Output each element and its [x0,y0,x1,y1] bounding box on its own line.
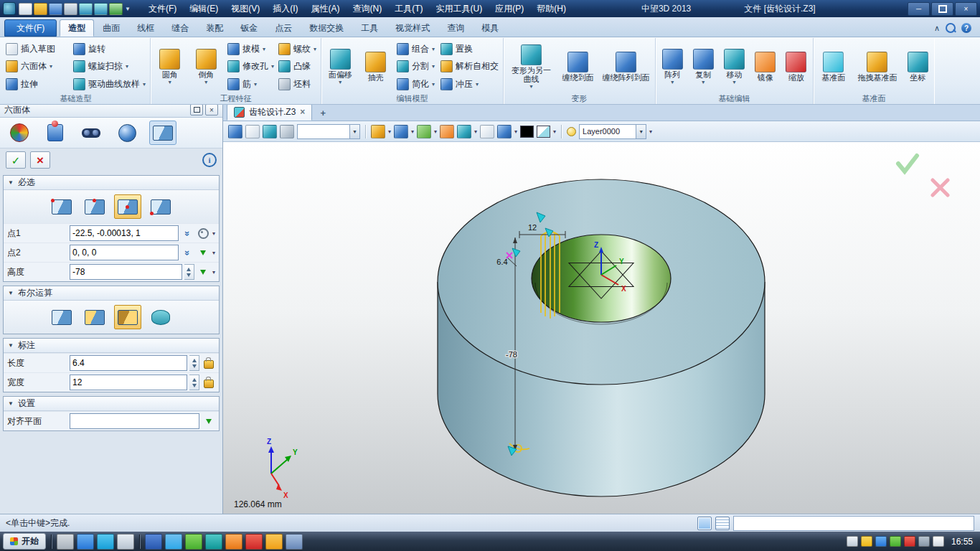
taskbar-app-icon-4[interactable] [117,534,134,550]
length-input[interactable] [70,355,187,371]
ribbon-button-thread[interactable]: 螺纹▾ [277,43,318,55]
ribbon-button-wrap-pattern-to-face[interactable]: 缠绕阵列到面 [602,52,651,82]
glasses-icon[interactable] [77,121,105,145]
tab-sew[interactable]: 缝合 [163,19,197,37]
ribbon-button-divide[interactable]: 分割▾ [395,60,435,72]
taskbar-app-icon-6[interactable] [165,534,182,550]
pick-target-icon[interactable] [197,226,210,240]
new-file-icon[interactable] [19,3,32,15]
width-input[interactable] [70,375,187,390]
layer-manager-icon[interactable] [263,125,277,138]
viewport-cancel-icon[interactable] [933,180,948,195]
ribbon-button-morph-to-curve[interactable]: 变形为另一曲线▼ [509,44,555,89]
ribbon-button-drag-datum[interactable]: 拖拽基准面 [854,52,900,82]
input-option-icon[interactable] [202,414,215,428]
menu-edit[interactable]: 编辑(E) [183,1,225,17]
taskbar-app-icon-11[interactable] [265,534,283,550]
color-wheel-icon[interactable] [6,121,33,145]
ribbon-button-chamfer[interactable]: 倒角▼ [189,49,222,85]
tab-shape[interactable]: 造型 [60,19,94,37]
tab-dataexchange[interactable]: 数据交换 [301,19,352,37]
boolean-intersect-button[interactable] [147,305,174,329]
lock-icon[interactable] [202,356,215,370]
start-button[interactable]: 开始 [3,533,46,550]
tray-icon-3[interactable] [875,536,887,547]
point1-input[interactable] [70,225,179,241]
menu-insert[interactable]: 插入(I) [266,1,304,17]
ribbon-button-fillet[interactable]: 圆角▼ [154,49,186,85]
box-type-button-3[interactable] [114,194,141,219]
boolean-base-button[interactable] [48,305,75,329]
ribbon-button-heal-selfintersection[interactable]: 解析自相交 [439,60,500,72]
taskbar-app-icon-10[interactable] [245,534,263,550]
sphere-icon[interactable] [113,121,141,145]
tray-icon-4[interactable] [890,536,901,547]
dropdown-caret[interactable]: ▾ [474,128,477,135]
grid-toggle-icon[interactable] [697,517,712,530]
point-display-icon[interactable] [497,125,512,138]
menu-utilities[interactable]: 实用工具(U) [430,1,489,17]
ribbon-button-extrude[interactable]: 拉伸 [4,78,68,90]
combo-caret[interactable]: ▼ [349,125,359,138]
menu-view[interactable]: 视图(V) [225,1,266,17]
ribbon-button-draft[interactable]: 拔模▾ [226,43,273,55]
menu-attributes[interactable]: 属性(A) [305,1,347,17]
view-orient-icon[interactable] [394,125,408,138]
display-mode-icon[interactable] [417,125,431,138]
dimension-length-text[interactable]: 6.4 [496,258,507,266]
lock-icon[interactable] [202,375,215,390]
tab-tools[interactable]: 工具 [352,19,387,37]
eraser-icon[interactable] [245,125,260,138]
dropdown-caret[interactable]: ▾ [553,128,556,135]
ribbon-button-shell[interactable]: 抽壳 [360,52,392,82]
filter-combo[interactable]: ▼ [297,124,360,139]
section-view-icon[interactable] [480,125,494,138]
maximize-button[interactable] [931,2,953,16]
ribbon-button-modify-hole[interactable]: 修改孔▾ [226,60,273,72]
ribbon-button-datum-plane[interactable]: 基准面 [816,52,850,82]
expand-chevrons-icon[interactable]: » [181,226,194,240]
save-icon[interactable] [49,3,62,15]
solid-box-icon[interactable] [149,121,176,145]
taskbar-app-icon-9[interactable] [225,534,242,550]
expand-chevrons-icon[interactable]: » [181,245,194,260]
height-input[interactable] [70,264,182,280]
dropdown-caret[interactable]: ▾ [514,128,517,135]
box-type-button-1[interactable] [48,194,75,219]
panel-float-button[interactable] [190,104,203,116]
dimension-width-text[interactable]: 12 [528,223,537,232]
ribbon-button-box[interactable]: 六面体▾ [4,60,68,72]
tray-icon-2[interactable] [861,536,872,547]
taskbar-app-icon-5[interactable] [145,534,162,550]
ribbon-button-copy[interactable]: 复制▼ [689,49,717,85]
info-icon[interactable]: i [202,153,217,167]
viewport[interactable]: Z X Y [222,142,980,514]
ribbon-button-insert-sketch[interactable]: 插入草图 [4,43,68,55]
new-tab-button[interactable]: + [316,106,329,119]
ribbon-button-simplify[interactable]: 简化▾ [395,78,435,90]
print-icon[interactable] [64,3,77,15]
regen-icon[interactable] [109,3,123,15]
section-header[interactable]: ▼必选 [4,176,219,190]
ribbon-button-combine[interactable]: 组合▾ [395,43,435,55]
layer-combo[interactable]: Layer0000▼ [579,124,646,139]
tab-inquire[interactable]: 查询 [438,19,473,37]
tab-surface[interactable]: 曲面 [94,19,128,37]
taskbar-app-icon-3[interactable] [97,534,114,550]
ribbon-button-stock[interactable]: 坯料 [277,78,318,90]
ribbon-button-scale[interactable]: 缩放 [783,52,810,82]
menu-file[interactable]: 文件(F) [142,1,183,17]
input-option-icon[interactable] [197,245,210,260]
search-icon[interactable] [946,23,956,33]
ribbon-button-wrap-to-face[interactable]: 缠绕到面 [558,52,598,82]
tray-icon-1[interactable] [847,536,858,547]
ribbon-button-spiral-sweep[interactable]: 螺旋扫掠▾ [72,60,147,72]
statusbar-input[interactable] [733,516,974,531]
ribbon-button-punch[interactable]: 冲压▾ [439,78,500,90]
tab-close-icon[interactable]: × [300,108,305,116]
minimize-button[interactable]: ─ [908,2,930,16]
ribbon-button-flange[interactable]: 凸缘 [277,60,318,72]
dropdown-caret[interactable]: ▾ [434,128,437,135]
tab-assembly[interactable]: 装配 [197,19,232,37]
boolean-add-button[interactable] [81,305,108,329]
